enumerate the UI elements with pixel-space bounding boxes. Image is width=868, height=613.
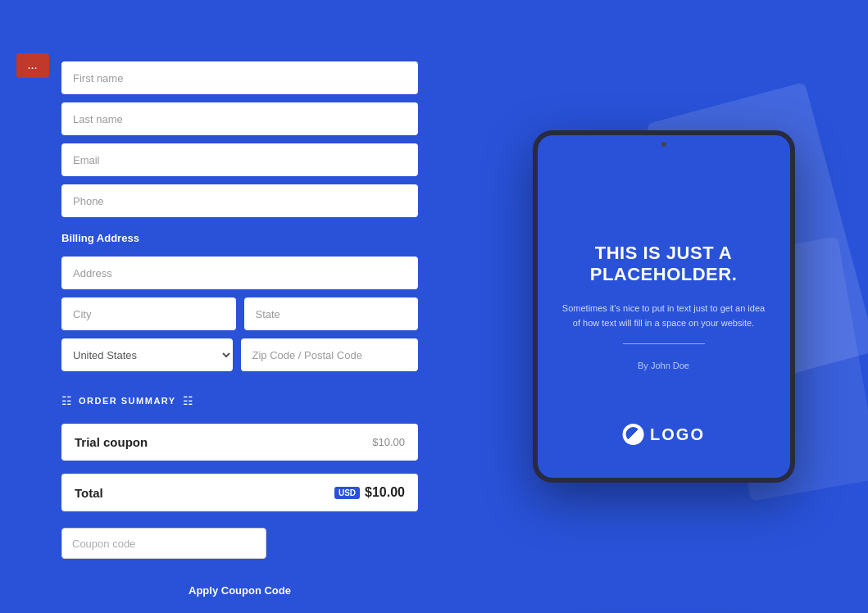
order-summary-icon-right: ☷	[183, 394, 193, 407]
country-zip-row: United States	[61, 338, 418, 371]
usd-badge: USD	[334, 487, 360, 499]
zip-input[interactable]	[241, 338, 419, 371]
tablet-logo-area: LOGO	[622, 424, 705, 445]
order-item-price: $10.00	[372, 436, 405, 448]
email-input[interactable]	[61, 143, 418, 176]
address-input[interactable]	[61, 257, 418, 289]
placeholder-title: THIS IS JUST A PLACEHOLDER.	[561, 243, 767, 286]
tablet-logo-circle-inner	[625, 427, 640, 442]
total-value: $10.00	[365, 485, 405, 500]
logo-icon: ...	[16, 53, 49, 78]
form-fields: Billing Address United States ☷ ORDER SU…	[61, 61, 418, 613]
tablet-logo-text: LOGO	[650, 425, 705, 444]
total-label: Total	[75, 486, 103, 500]
order-summary-icon-left: ☷	[61, 394, 72, 407]
country-select[interactable]: United States	[61, 338, 233, 371]
order-item-name: Trial coupon	[75, 435, 148, 449]
placeholder-body: Sometimes it's nice to put in text just …	[561, 302, 767, 330]
tablet-camera	[661, 142, 666, 147]
tablet-logo-circle	[622, 424, 643, 445]
billing-address-label: Billing Address	[61, 232, 418, 244]
city-state-row	[61, 297, 418, 330]
form-area: ... Billing Address United States ☷	[0, 0, 459, 613]
order-item-trial-coupon: Trial coupon $10.00	[61, 424, 418, 461]
city-input[interactable]	[61, 297, 236, 330]
order-summary-title: ORDER SUMMARY	[79, 396, 176, 406]
first-name-input[interactable]	[61, 61, 418, 94]
apply-coupon-button[interactable]: Apply Coupon Code	[61, 574, 418, 606]
order-summary-header: ☷ ORDER SUMMARY ☷	[61, 394, 418, 407]
placeholder-author: By John Doe	[638, 361, 689, 370]
last-name-input[interactable]	[61, 102, 418, 135]
state-input[interactable]	[244, 297, 419, 330]
placeholder-divider	[623, 343, 705, 344]
tablet-area: THIS IS JUST A PLACEHOLDER. Sometimes it…	[459, 0, 868, 613]
total-row: Total USD $10.00	[61, 474, 418, 511]
tablet-device: THIS IS JUST A PLACEHOLDER. Sometimes it…	[533, 130, 795, 483]
phone-input[interactable]	[61, 184, 418, 217]
total-amount: USD $10.00	[334, 485, 405, 500]
coupon-code-input[interactable]	[61, 528, 266, 559]
